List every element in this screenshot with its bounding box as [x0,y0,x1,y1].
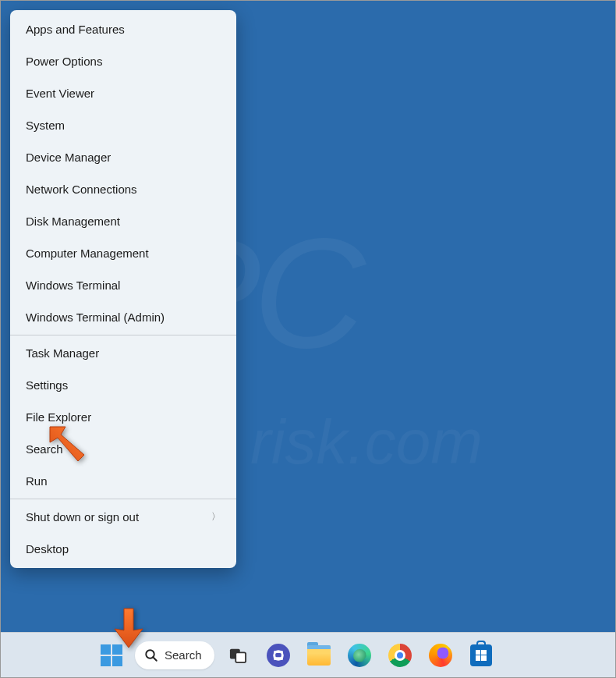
menu-label: Windows Terminal [26,279,120,292]
menu-label: Device Manager [26,151,111,164]
svg-rect-7 [235,652,246,662]
menu-divider [10,335,236,335]
firefox-button[interactable] [423,638,458,673]
menu-power-options[interactable]: Power Options [10,45,236,77]
menu-apps-and-features[interactable]: Apps and Features [10,13,236,45]
microsoft-store-button[interactable] [464,638,498,673]
menu-windows-terminal-admin[interactable]: Windows Terminal (Admin) [10,301,236,333]
menu-label: Search [26,442,63,456]
start-context-menu: Apps and Features Power Options Event Vi… [10,10,236,568]
menu-label: Windows Terminal (Admin) [26,311,165,324]
taskbar-search[interactable]: Search [135,641,214,669]
search-label: Search [165,648,202,662]
menu-network-connections[interactable]: Network Connections [10,173,236,205]
menu-disk-management[interactable]: Disk Management [10,205,236,237]
menu-label: File Explorer [26,410,91,424]
svg-rect-3 [112,656,122,666]
menu-task-manager[interactable]: Task Manager [10,337,236,369]
windows-logo-icon [101,644,122,666]
menu-settings[interactable]: Settings [10,369,236,401]
chevron-right-icon: 〉 [211,510,221,524]
menu-shut-down-or-sign-out[interactable]: Shut down or sign out 〉 [10,501,236,533]
menu-system[interactable]: System [10,109,236,141]
firefox-icon [429,644,452,667]
menu-event-viewer[interactable]: Event Viewer [10,77,236,109]
chrome-button[interactable] [383,638,417,673]
start-button[interactable] [94,638,129,673]
menu-label: Event Viewer [26,87,94,100]
svg-rect-2 [101,656,111,666]
menu-windows-terminal[interactable]: Windows Terminal [10,269,236,301]
menu-search[interactable]: Search [10,433,236,465]
chrome-icon [388,644,412,667]
menu-label: Computer Management [26,247,149,260]
chat-icon [267,644,290,667]
search-icon [144,648,158,662]
store-icon [470,644,492,666]
watermark-sub: risk.com [250,406,483,478]
edge-button[interactable] [342,638,377,673]
menu-label: Shut down or sign out [26,510,139,524]
menu-run[interactable]: Run [10,465,236,497]
menu-label: System [26,119,65,132]
svg-rect-1 [112,644,122,655]
menu-label: Run [26,474,48,488]
file-explorer-button[interactable] [302,638,336,673]
menu-divider [10,499,236,499]
menu-label: Disk Management [26,215,120,228]
svg-rect-0 [101,644,111,655]
folder-icon [307,645,331,666]
task-view-button[interactable] [221,638,255,673]
menu-file-explorer[interactable]: File Explorer [10,401,236,433]
menu-device-manager[interactable]: Device Manager [10,141,236,173]
menu-label: Desktop [26,542,69,556]
menu-computer-management[interactable]: Computer Management [10,237,236,269]
menu-desktop[interactable]: Desktop [10,533,236,565]
menu-label: Task Manager [26,346,99,360]
task-view-icon [229,647,246,664]
menu-label: Network Connections [26,183,137,196]
menu-label: Apps and Features [26,23,125,36]
menu-label: Power Options [26,55,102,68]
svg-rect-9 [275,653,281,657]
edge-icon [348,644,371,667]
menu-label: Settings [26,378,68,392]
chat-button[interactable] [261,638,296,673]
taskbar: Search [1,632,615,677]
svg-line-5 [153,657,157,661]
